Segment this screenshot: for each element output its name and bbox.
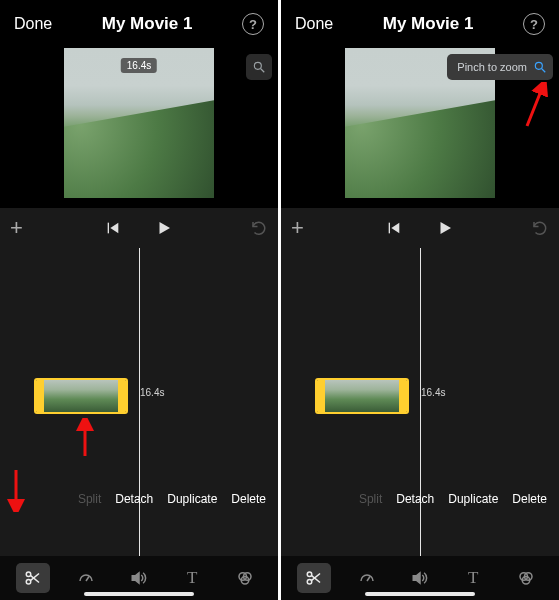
clip-thumbnail: [325, 380, 399, 412]
header: Done My Movie 1 ?: [281, 0, 559, 48]
help-icon[interactable]: ?: [523, 13, 545, 35]
scissors-icon: [305, 569, 323, 587]
clip-handle-right[interactable]: [399, 380, 407, 412]
volume-tool[interactable]: [403, 563, 437, 593]
svg-marker-3: [110, 223, 118, 234]
duration-badge: 16.4s: [121, 58, 157, 73]
preview-area: Pinch to zoom: [281, 48, 559, 208]
speed-tool[interactable]: [69, 563, 103, 593]
clip-handle-right[interactable]: [118, 380, 126, 412]
home-indicator[interactable]: [365, 592, 475, 596]
clip-duration: 16.4s: [421, 387, 445, 398]
svg-line-1: [261, 69, 265, 73]
playback-row: +: [281, 208, 559, 248]
undo-icon[interactable]: [531, 219, 549, 237]
skip-start-icon[interactable]: [105, 220, 121, 236]
svg-rect-19: [389, 223, 390, 234]
header: Done My Movie 1 ?: [0, 0, 278, 48]
project-title: My Movie 1: [102, 14, 193, 34]
split-action: Split: [78, 492, 101, 506]
screenshot-left: Done My Movie 1 ? 16.4s +: [0, 0, 278, 600]
filters-icon: [236, 569, 254, 587]
magnifier-icon: [252, 60, 266, 74]
svg-line-26: [367, 577, 370, 582]
annotation-arrow-zoom: [519, 82, 549, 128]
add-media-button[interactable]: +: [291, 215, 304, 241]
timeline[interactable]: 16.4s Split Detach Duplicate Delete: [0, 248, 278, 556]
clip-handle-left[interactable]: [317, 380, 325, 412]
clip-handle-left[interactable]: [36, 380, 44, 412]
play-icon[interactable]: [155, 219, 173, 237]
screenshot-right: Done My Movie 1 ? Pinch to zoom +: [281, 0, 559, 600]
text-icon: T: [468, 568, 478, 588]
delete-action[interactable]: Delete: [512, 492, 547, 506]
delete-action[interactable]: Delete: [231, 492, 266, 506]
clip-duration: 16.4s: [140, 387, 164, 398]
playback-row: +: [0, 208, 278, 248]
done-button[interactable]: Done: [14, 15, 52, 33]
svg-point-0: [254, 62, 261, 69]
scissors-icon: [24, 569, 42, 587]
zoom-hint-label: Pinch to zoom: [457, 61, 527, 73]
zoom-button[interactable]: [246, 54, 272, 80]
svg-line-18: [527, 86, 543, 126]
filters-icon: [517, 569, 535, 587]
svg-line-11: [86, 577, 89, 582]
text-icon: T: [187, 568, 197, 588]
scissors-tool[interactable]: [16, 563, 50, 593]
video-clip[interactable]: [315, 378, 409, 414]
speedometer-icon: [77, 569, 95, 587]
filters-tool[interactable]: [509, 563, 543, 593]
playhead-line[interactable]: [420, 248, 421, 556]
annotation-arrow-clip: [74, 418, 96, 458]
play-icon[interactable]: [436, 219, 454, 237]
clip-thumbnail: [44, 380, 118, 412]
skip-start-icon[interactable]: [386, 220, 402, 236]
svg-point-16: [535, 62, 542, 69]
preview-video[interactable]: 16.4s: [64, 48, 214, 198]
video-clip[interactable]: [34, 378, 128, 414]
filters-tool[interactable]: [228, 563, 262, 593]
duplicate-action[interactable]: Duplicate: [448, 492, 498, 506]
home-indicator[interactable]: [84, 592, 194, 596]
svg-line-17: [542, 69, 546, 73]
zoom-hint-pill[interactable]: Pinch to zoom: [447, 54, 553, 80]
volume-icon: [130, 569, 148, 587]
scissors-tool[interactable]: [297, 563, 331, 593]
speed-tool[interactable]: [350, 563, 384, 593]
split-action: Split: [359, 492, 382, 506]
svg-marker-20: [391, 223, 399, 234]
volume-icon: [411, 569, 429, 587]
titles-tool[interactable]: T: [175, 563, 209, 593]
duplicate-action[interactable]: Duplicate: [167, 492, 217, 506]
playhead-line[interactable]: [139, 248, 140, 556]
svg-marker-27: [413, 573, 420, 584]
undo-icon[interactable]: [250, 219, 268, 237]
magnifier-icon: [533, 60, 547, 74]
svg-marker-21: [441, 222, 452, 234]
speedometer-icon: [358, 569, 376, 587]
clip-actions: Split Detach Duplicate Delete: [0, 492, 278, 506]
preview-area: 16.4s: [0, 48, 278, 208]
add-media-button[interactable]: +: [10, 215, 23, 241]
svg-rect-2: [108, 223, 109, 234]
svg-marker-4: [160, 222, 171, 234]
clip-actions: Split Detach Duplicate Delete: [281, 492, 559, 506]
help-icon[interactable]: ?: [242, 13, 264, 35]
detach-action[interactable]: Detach: [396, 492, 434, 506]
volume-tool[interactable]: [122, 563, 156, 593]
timeline[interactable]: 16.4s Split Detach Duplicate Delete: [281, 248, 559, 556]
detach-action[interactable]: Detach: [115, 492, 153, 506]
svg-marker-12: [132, 573, 139, 584]
titles-tool[interactable]: T: [456, 563, 490, 593]
project-title: My Movie 1: [383, 14, 474, 34]
done-button[interactable]: Done: [295, 15, 333, 33]
